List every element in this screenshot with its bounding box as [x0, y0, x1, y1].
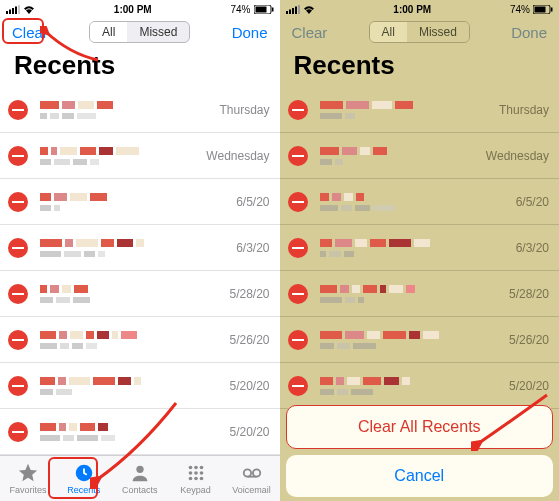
svg-point-19: [243, 469, 250, 476]
segmented-control[interactable]: All Missed: [369, 21, 470, 43]
two-phone-layout: 1:00 PM 74% Clear All Missed Done Recent…: [0, 0, 559, 501]
nav-bar: Clear All Missed Done: [280, 16, 560, 48]
recents-row[interactable]: 6/3/20: [0, 225, 280, 271]
recents-row[interactable]: 5/28/20: [280, 271, 560, 317]
status-bar: 1:00 PM 74%: [280, 0, 560, 16]
delete-minus-icon[interactable]: [288, 238, 308, 258]
tab-voicemail[interactable]: Voicemail: [226, 462, 278, 495]
recents-row[interactable]: 5/20/20: [0, 363, 280, 409]
svg-rect-1: [9, 9, 11, 14]
recents-row[interactable]: 5/26/20: [280, 317, 560, 363]
phone-right: 1:00 PM 74% Clear All Missed Done Recent…: [280, 0, 560, 501]
recents-row[interactable]: 5/20/20: [0, 409, 280, 455]
call-date: 6/5/20: [236, 195, 269, 209]
recents-row[interactable]: 5/28/20: [0, 271, 280, 317]
delete-minus-icon[interactable]: [288, 100, 308, 120]
action-sheet: Clear All Recents Cancel: [286, 405, 554, 497]
tab-bar: Favorites Recents Contacts Keypad Voicem…: [0, 455, 280, 501]
segmented-control[interactable]: All Missed: [89, 21, 190, 43]
tab-recents[interactable]: Recents: [58, 462, 110, 495]
call-date: Wednesday: [206, 149, 269, 163]
recents-row[interactable]: Wednesday: [280, 133, 560, 179]
recents-row[interactable]: 5/20/20: [280, 363, 560, 409]
call-date: 5/28/20: [509, 287, 549, 301]
battery-pct: 74%: [510, 4, 530, 15]
recents-row[interactable]: Wednesday: [0, 133, 280, 179]
svg-point-17: [194, 477, 198, 481]
cancel-button[interactable]: Cancel: [286, 455, 554, 497]
svg-rect-6: [255, 6, 266, 12]
recents-row[interactable]: Thursday: [280, 87, 560, 133]
delete-minus-icon[interactable]: [8, 192, 28, 212]
svg-rect-7: [272, 7, 274, 11]
svg-rect-29: [551, 7, 553, 11]
clear-button[interactable]: Clear: [6, 22, 54, 43]
svg-rect-26: [298, 5, 300, 14]
delete-minus-icon[interactable]: [288, 284, 308, 304]
call-date: Thursday: [499, 103, 549, 117]
recents-row[interactable]: 6/5/20: [280, 179, 560, 225]
call-date: 5/26/20: [229, 333, 269, 347]
delete-minus-icon[interactable]: [8, 238, 28, 258]
status-time: 1:00 PM: [393, 4, 431, 15]
recents-row[interactable]: 6/5/20: [0, 179, 280, 225]
call-entry-blurred: [40, 377, 223, 395]
recents-row[interactable]: 6/3/20: [280, 225, 560, 271]
wifi-icon: [303, 5, 315, 14]
svg-rect-3: [15, 6, 17, 14]
tab-contacts[interactable]: Contacts: [114, 462, 166, 495]
call-date: Wednesday: [486, 149, 549, 163]
wifi-icon: [23, 5, 35, 14]
svg-point-13: [188, 471, 192, 475]
svg-rect-2: [12, 8, 14, 14]
svg-point-12: [199, 466, 203, 470]
call-entry-blurred: [40, 331, 223, 349]
recents-row[interactable]: Thursday: [0, 87, 280, 133]
delete-minus-icon[interactable]: [288, 330, 308, 350]
call-entry-blurred: [320, 193, 510, 211]
delete-minus-icon[interactable]: [288, 146, 308, 166]
nav-bar: Clear All Missed Done: [0, 16, 280, 48]
svg-point-14: [194, 471, 198, 475]
status-bar: 1:00 PM 74%: [0, 0, 280, 16]
clear-button[interactable]: Clear: [286, 22, 334, 43]
seg-all[interactable]: All: [90, 22, 127, 42]
delete-minus-icon[interactable]: [8, 146, 28, 166]
done-button[interactable]: Done: [505, 22, 553, 43]
battery-pct: 74%: [230, 4, 250, 15]
recents-list[interactable]: ThursdayWednesday6/5/206/3/205/28/205/26…: [0, 87, 280, 455]
call-date: 5/20/20: [229, 425, 269, 439]
tab-keypad[interactable]: Keypad: [170, 462, 222, 495]
seg-missed[interactable]: Missed: [407, 22, 469, 42]
call-entry-blurred: [320, 101, 493, 119]
call-date: 6/5/20: [516, 195, 549, 209]
phone-left: 1:00 PM 74% Clear All Missed Done Recent…: [0, 0, 280, 501]
svg-rect-22: [286, 11, 288, 14]
signal-icon: [286, 5, 300, 14]
svg-point-10: [188, 466, 192, 470]
svg-rect-23: [289, 9, 291, 14]
call-entry-blurred: [320, 239, 510, 257]
clear-all-recents-button[interactable]: Clear All Recents: [286, 405, 554, 449]
battery-icon: [254, 5, 274, 14]
call-date: 5/20/20: [229, 379, 269, 393]
recents-row[interactable]: 5/26/20: [0, 317, 280, 363]
delete-minus-icon[interactable]: [288, 376, 308, 396]
battery-icon: [533, 5, 553, 14]
seg-all[interactable]: All: [370, 22, 407, 42]
delete-minus-icon[interactable]: [8, 284, 28, 304]
delete-minus-icon[interactable]: [8, 100, 28, 120]
tab-favorites[interactable]: Favorites: [2, 462, 54, 495]
svg-point-16: [188, 477, 192, 481]
call-entry-blurred: [40, 285, 223, 303]
seg-missed[interactable]: Missed: [127, 22, 189, 42]
call-date: 6/3/20: [236, 241, 269, 255]
call-date: 5/26/20: [509, 333, 549, 347]
delete-minus-icon[interactable]: [8, 330, 28, 350]
delete-minus-icon[interactable]: [8, 376, 28, 396]
delete-minus-icon[interactable]: [8, 422, 28, 442]
delete-minus-icon[interactable]: [288, 192, 308, 212]
call-date: Thursday: [219, 103, 269, 117]
done-button[interactable]: Done: [226, 22, 274, 43]
svg-rect-28: [535, 6, 546, 12]
